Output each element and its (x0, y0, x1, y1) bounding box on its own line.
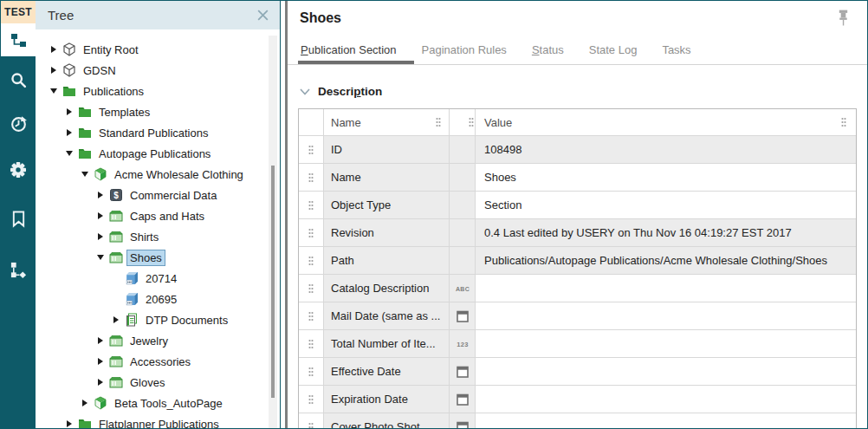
tree-node-gdsn[interactable]: GDSN (36, 60, 268, 81)
tree-node-shoes[interactable]: Shoes (36, 247, 268, 268)
tab-tasks[interactable]: Tasks (659, 41, 708, 64)
expand-arrow-icon[interactable] (94, 231, 107, 243)
tree-node-autopage-publications[interactable]: Autopage Publications (36, 143, 268, 164)
tree-node-publications[interactable]: Publications (36, 81, 268, 101)
tree-node-accessories[interactable]: Accessories (36, 351, 268, 372)
tree-node-label: Jewelry (126, 333, 172, 349)
folder-green-icon (77, 126, 93, 140)
expand-arrow-icon[interactable] (63, 147, 75, 159)
row-drag-handle[interactable] (299, 275, 324, 302)
tab-pagination-rules[interactable]: Pagination Rules (419, 41, 524, 64)
column-menu-icon[interactable] (468, 116, 475, 128)
tree-node-templates[interactable]: Templates (36, 101, 268, 122)
properties-table: Name Value ID 108498 Name Shoes Object T… (298, 108, 857, 429)
property-value-cell[interactable]: Shoes (476, 164, 856, 192)
property-type-cell (450, 192, 476, 219)
column-menu-icon[interactable] (435, 116, 442, 128)
close-icon[interactable] (254, 7, 271, 24)
tree-node-label: Acme Wholesale Clothing (111, 166, 247, 183)
property-value-cell[interactable] (476, 275, 856, 302)
tree-node-label: 20695 (142, 291, 180, 308)
tab-publication-section[interactable]: Publication Section (298, 41, 414, 64)
row-drag-handle[interactable] (299, 136, 324, 164)
calendar-type-icon (450, 358, 476, 386)
property-name-cell: ID (324, 136, 450, 164)
tree-node-shirts[interactable]: Shirts (36, 226, 268, 247)
tab-status[interactable]: Status (529, 41, 581, 64)
tree-scrollbar[interactable] (269, 36, 277, 428)
row-drag-handle[interactable] (299, 219, 324, 247)
sidebar-bookmarks-button[interactable] (1, 202, 36, 237)
row-drag-handle[interactable] (299, 330, 324, 358)
binder-green-icon (108, 375, 124, 390)
search-icon (10, 71, 28, 89)
expand-arrow-icon[interactable] (48, 43, 60, 55)
sidebar-search-button[interactable] (1, 62, 36, 97)
row-drag-handle[interactable] (299, 386, 324, 413)
binder-green-icon (108, 250, 124, 265)
row-drag-handle[interactable] (299, 192, 324, 219)
property-value-cell[interactable] (476, 302, 856, 330)
property-value-cell[interactable] (476, 358, 856, 386)
row-drag-handle[interactable] (299, 164, 324, 192)
property-value-cell[interactable]: 0.4 Last edited by USERY on Thu Nov 16 0… (476, 219, 856, 247)
property-value-cell[interactable]: Section (476, 192, 856, 219)
page-title: Shoes (300, 10, 341, 26)
tree-node-standard-publications[interactable]: Standard Publications (36, 122, 268, 143)
expand-arrow-icon[interactable] (94, 376, 107, 388)
tree-node-label: Flatplanner Publications (95, 416, 223, 429)
row-drag-handle[interactable] (299, 247, 324, 275)
expand-arrow-icon[interactable] (79, 168, 91, 180)
expand-arrow-icon[interactable] (94, 251, 107, 263)
expand-arrow-icon[interactable] (94, 189, 107, 201)
property-name-cell: Cover Photo Shot (324, 413, 450, 429)
sidebar-tree-button[interactable] (1, 23, 36, 56)
tree-node-gloves[interactable]: Gloves (36, 372, 268, 393)
tree-node-dtp-documents[interactable]: DTP Documents (36, 309, 268, 330)
row-drag-handle[interactable] (299, 302, 324, 330)
property-value-cell[interactable] (476, 386, 856, 413)
tree-node-flatplanner-publications[interactable]: Flatplanner Publications (36, 413, 268, 429)
tree-node-entity-root[interactable]: Entity Root (36, 39, 268, 60)
sidebar-settings-button[interactable] (1, 153, 36, 187)
row-drag-handle[interactable] (299, 413, 324, 429)
folder-green-icon (77, 146, 93, 161)
header-name-cell: Name (324, 109, 450, 136)
property-value-cell[interactable] (476, 413, 856, 429)
binder-green-icon (108, 209, 124, 224)
property-value-cell[interactable] (476, 330, 856, 358)
tree-node-20695[interactable]: 20695 (36, 289, 268, 309)
pin-icon[interactable] (837, 9, 850, 31)
column-menu-icon[interactable] (840, 116, 847, 128)
chevron-down-icon[interactable] (300, 88, 310, 95)
folder-green-icon (62, 84, 77, 99)
tree-node-beta-tools-autopage[interactable]: Beta Tools_AutoPage (36, 393, 268, 413)
sidebar-history-button[interactable] (1, 107, 36, 141)
expand-arrow-icon[interactable] (79, 397, 91, 409)
tree-node-caps-and-hats[interactable]: Caps and Hats (36, 205, 268, 226)
expand-arrow-icon[interactable] (94, 355, 107, 367)
tree-node-20714[interactable]: 20714 (36, 268, 268, 289)
property-type-cell (450, 247, 476, 275)
expand-arrow-icon[interactable] (110, 314, 122, 326)
property-name-cell: Name (324, 164, 450, 192)
workflow-icon (10, 261, 28, 279)
expand-arrow-icon[interactable] (63, 418, 75, 429)
expand-arrow-icon[interactable] (94, 210, 107, 222)
expand-arrow-icon[interactable] (48, 85, 60, 97)
expand-arrow-icon[interactable] (48, 64, 60, 76)
property-value-cell[interactable]: 108498 (476, 136, 856, 164)
tree-node-commercial-data[interactable]: $ Commercial Data (36, 185, 268, 205)
tree-node-jewelry[interactable]: Jewelry (36, 330, 268, 351)
row-drag-handle[interactable] (299, 358, 324, 386)
sidebar-workflow-button[interactable] (1, 252, 36, 287)
property-value-cell[interactable]: Publications/Autopage Publications/Acme … (476, 247, 856, 275)
expand-arrow-icon[interactable] (94, 335, 107, 347)
tab-state-log[interactable]: State Log (586, 41, 655, 64)
expand-arrow-icon[interactable] (63, 106, 75, 118)
tree-node-acme-wholesale-clothing[interactable]: Acme Wholesale Clothing (36, 164, 268, 185)
cube-green-icon (93, 396, 108, 411)
table-header-row: Name Value (299, 109, 856, 136)
expand-arrow-icon[interactable] (63, 127, 75, 139)
tree-scrollbar-thumb[interactable] (271, 166, 275, 398)
